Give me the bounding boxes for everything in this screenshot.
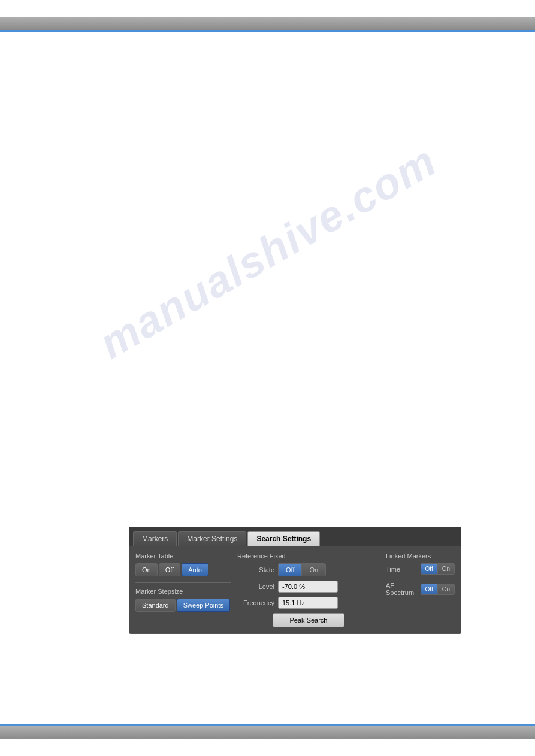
- af-spectrum-row: AF Spectrum Off On: [386, 582, 455, 596]
- col-mid: Reference Fixed State Off On Level Frequ…: [237, 552, 380, 627]
- reference-fixed-label: Reference Fixed: [237, 552, 380, 560]
- divider: [135, 582, 231, 583]
- panel-content: Marker Table On Off Auto Marker Stepsize…: [129, 546, 461, 633]
- af-on-btn[interactable]: On: [437, 584, 455, 595]
- level-row: Level: [237, 581, 380, 593]
- col-right: Linked Markers Time Off On AF Spectrum O…: [386, 552, 455, 627]
- col-left: Marker Table On Off Auto Marker Stepsize…: [135, 552, 231, 627]
- marker-table-buttons: On Off Auto: [135, 563, 231, 576]
- af-spectrum-label: AF Spectrum: [386, 582, 421, 596]
- watermark: manualshive.com: [91, 136, 445, 368]
- stepsize-buttons: Standard Sweep Points: [135, 599, 231, 612]
- af-toggle: Off On: [421, 584, 455, 595]
- footer-bar: [0, 726, 535, 739]
- marker-table-label: Marker Table: [135, 552, 231, 560]
- time-off-btn[interactable]: Off: [421, 563, 437, 575]
- time-on-btn[interactable]: On: [437, 563, 455, 575]
- header-bar: [0, 17, 535, 30]
- linked-markers-label: Linked Markers: [386, 552, 455, 560]
- peak-search-button[interactable]: Peak Search: [273, 613, 344, 627]
- state-on-btn[interactable]: On: [301, 563, 326, 576]
- level-label: Level: [237, 583, 274, 590]
- frequency-label: Frequency: [237, 599, 274, 606]
- level-input[interactable]: [278, 581, 338, 593]
- btn-standard[interactable]: Standard: [135, 599, 176, 612]
- btn-sweep-points[interactable]: Sweep Points: [177, 599, 230, 612]
- panel-container: Markers Marker Settings Search Settings …: [129, 527, 461, 634]
- btn-on[interactable]: On: [135, 563, 158, 576]
- state-label: State: [237, 566, 274, 573]
- header-bar-blue: [0, 30, 535, 32]
- af-off-btn[interactable]: Off: [421, 584, 437, 595]
- state-toggle: Off On: [278, 563, 326, 576]
- time-toggle: Off On: [421, 563, 455, 575]
- footer-bar-blue: [0, 724, 535, 726]
- time-row: Time Off On: [386, 563, 455, 575]
- tab-marker-settings[interactable]: Marker Settings: [178, 531, 246, 546]
- frequency-input[interactable]: [278, 597, 338, 609]
- tab-row: Markers Marker Settings Search Settings: [129, 527, 461, 546]
- state-row: State Off On: [237, 563, 380, 576]
- btn-off[interactable]: Off: [159, 563, 180, 576]
- tab-search-settings[interactable]: Search Settings: [247, 531, 320, 546]
- time-label: Time: [386, 566, 400, 573]
- btn-auto[interactable]: Auto: [182, 563, 208, 576]
- tab-markers[interactable]: Markers: [133, 531, 177, 546]
- state-off-btn[interactable]: Off: [278, 563, 301, 576]
- marker-stepsize-label: Marker Stepsize: [135, 588, 231, 595]
- frequency-row: Frequency: [237, 597, 380, 609]
